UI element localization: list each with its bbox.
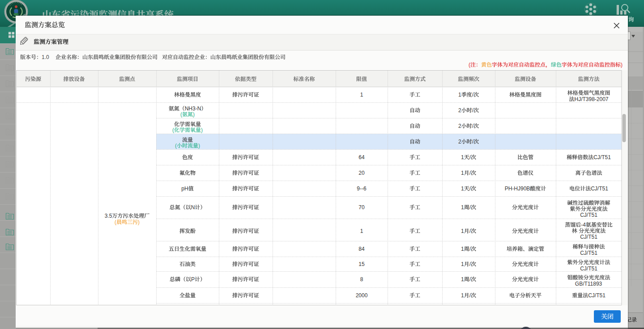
svg-text:(: (: [172, 127, 174, 133]
svg-text:CJ/T51: CJ/T51: [580, 234, 597, 240]
svg-text:): ): [201, 127, 203, 133]
svg-text:9--6: 9--6: [357, 186, 367, 192]
svg-text:PH-HJ90B: PH-HJ90B: [505, 186, 530, 192]
svg-text:(: (: [175, 143, 177, 149]
svg-text:HJ/T398-2007: HJ/T398-2007: [575, 96, 609, 102]
svg-text:CJ/T51: CJ/T51: [588, 292, 606, 299]
svg-text:1: 1: [458, 92, 461, 98]
svg-text:(: (: [115, 219, 116, 225]
svg-text:NH3-N: NH3-N: [185, 105, 201, 112]
svg-text:CJ/T51: CJ/T51: [580, 212, 597, 218]
svg-text:2: 2: [458, 107, 461, 114]
svg-text:1.0: 1.0: [42, 54, 49, 60]
svg-text:P: P: [191, 276, 195, 283]
svg-text:1: 1: [461, 261, 464, 267]
svg-text:3.5: 3.5: [105, 213, 112, 219]
svg-text:2: 2: [458, 123, 461, 129]
svg-text:70: 70: [358, 204, 365, 211]
svg-text:CJ/T51: CJ/T51: [580, 266, 597, 272]
svg-text:): ): [193, 111, 195, 118]
svg-text:CJ/T51: CJ/T51: [591, 186, 608, 192]
svg-text:GB/T11893: GB/T11893: [575, 281, 602, 287]
svg-text:15: 15: [358, 261, 365, 267]
svg-text:CJ/T51: CJ/T51: [593, 154, 611, 160]
svg-text:N: N: [191, 204, 195, 211]
svg-text:): ): [198, 143, 200, 149]
svg-text:(: (: [180, 111, 182, 118]
svg-text:1: 1: [461, 292, 464, 299]
svg-text:2: 2: [458, 139, 461, 145]
svg-text:1: 1: [360, 92, 363, 98]
svg-text:): ): [621, 62, 623, 68]
svg-text:-4: -4: [581, 222, 586, 228]
svg-text:1: 1: [360, 228, 363, 234]
svg-text:1: 1: [461, 186, 464, 192]
svg-text:1: 1: [461, 154, 464, 160]
svg-text:2000: 2000: [356, 292, 368, 299]
svg-text:64: 64: [358, 154, 365, 160]
svg-text:1: 1: [461, 228, 464, 234]
svg-text:CJ/T51: CJ/T51: [580, 250, 597, 256]
svg-text:84: 84: [358, 246, 365, 252]
svg-text:1: 1: [461, 204, 464, 211]
svg-text:1: 1: [461, 276, 464, 283]
svg-text:1: 1: [461, 246, 464, 252]
svg-text:(: (: [469, 62, 470, 68]
svg-text:): ): [138, 219, 140, 225]
svg-text:20: 20: [358, 170, 365, 176]
svg-text:1: 1: [461, 170, 464, 176]
svg-text:8: 8: [360, 276, 363, 283]
svg-text:pH: pH: [181, 186, 188, 192]
